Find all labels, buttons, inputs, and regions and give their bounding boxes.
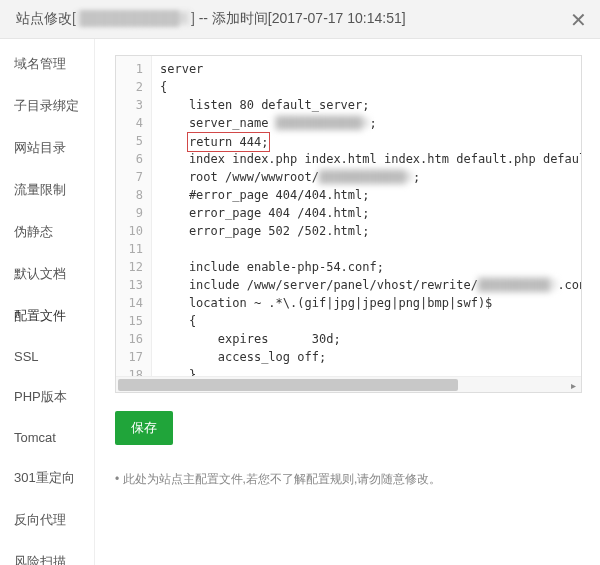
title-suffix: ] -- 添加时间[2017-07-17 10:14:51]: [191, 10, 406, 26]
config-note: 此处为站点主配置文件,若您不了解配置规则,请勿随意修改。: [115, 471, 582, 488]
code-area[interactable]: server{ listen 80 default_server; server…: [152, 56, 581, 376]
sidebar-item-5[interactable]: 默认文档: [0, 253, 94, 295]
title-sitename-masked: ██████████8: [76, 10, 191, 26]
sidebar: 域名管理子目录绑定网站目录流量限制伪静态默认文档配置文件SSLPHP版本Tomc…: [0, 39, 95, 565]
modal-title: 站点修改[██████████8] -- 添加时间[2017-07-17 10:…: [16, 10, 406, 28]
editor-wrap: 123456789101112131415161718 server{ list…: [115, 55, 582, 393]
code-line-11: [160, 240, 581, 258]
main-panel: 123456789101112131415161718 server{ list…: [95, 39, 600, 565]
sidebar-item-0[interactable]: 域名管理: [0, 43, 94, 85]
line-number-gutter: 123456789101112131415161718: [116, 56, 152, 376]
save-button[interactable]: 保存: [115, 411, 173, 445]
code-line-2: {: [160, 78, 581, 96]
close-button[interactable]: ✕: [564, 6, 592, 34]
modal-body: 域名管理子目录绑定网站目录流量限制伪静态默认文档配置文件SSLPHP版本Tomc…: [0, 39, 600, 565]
code-line-18: }: [160, 366, 581, 376]
sidebar-item-3[interactable]: 流量限制: [0, 169, 94, 211]
editor-content: 123456789101112131415161718 server{ list…: [116, 56, 581, 376]
code-line-13: include /www/server/panel/vhost/rewrite/…: [160, 276, 581, 294]
modal-header: 站点修改[██████████8] -- 添加时间[2017-07-17 10:…: [0, 0, 600, 39]
sidebar-item-8[interactable]: PHP版本: [0, 376, 94, 418]
config-editor[interactable]: 123456789101112131415161718 server{ list…: [115, 55, 582, 393]
sidebar-item-12[interactable]: 风险扫描: [0, 541, 94, 565]
site-edit-modal: 站点修改[██████████8] -- 添加时间[2017-07-17 10:…: [0, 0, 600, 565]
code-line-6: index index.php index.html index.htm def…: [160, 150, 581, 168]
sidebar-item-2[interactable]: 网站目录: [0, 127, 94, 169]
scroll-right-icon[interactable]: ▸: [565, 377, 581, 393]
sidebar-item-10[interactable]: 301重定向: [0, 457, 94, 499]
code-line-12: include enable-php-54.conf;: [160, 258, 581, 276]
code-line-5: return 444;: [160, 132, 581, 150]
horizontal-scrollbar[interactable]: ▸: [116, 376, 581, 392]
code-line-7: root /www/wwwroot/████████████8;: [160, 168, 581, 186]
code-line-3: listen 80 default_server;: [160, 96, 581, 114]
code-line-14: location ~ .*\.(gif|jpg|jpeg|png|bmp|swf…: [160, 294, 581, 312]
scroll-thumb[interactable]: [118, 379, 458, 391]
sidebar-item-6[interactable]: 配置文件: [0, 295, 94, 337]
code-line-4: server_name ████████████8;: [160, 114, 581, 132]
code-line-9: error_page 404 /404.html;: [160, 204, 581, 222]
code-line-1: server: [160, 60, 581, 78]
sidebar-item-11[interactable]: 反向代理: [0, 499, 94, 541]
code-line-8: #error_page 404/404.html;: [160, 186, 581, 204]
sidebar-item-4[interactable]: 伪静态: [0, 211, 94, 253]
title-prefix: 站点修改[: [16, 10, 76, 26]
sidebar-item-1[interactable]: 子目录绑定: [0, 85, 94, 127]
code-line-15: {: [160, 312, 581, 330]
code-line-16: expires 30d;: [160, 330, 581, 348]
sidebar-item-7[interactable]: SSL: [0, 337, 94, 376]
code-line-17: access_log off;: [160, 348, 581, 366]
sidebar-item-9[interactable]: Tomcat: [0, 418, 94, 457]
close-icon: ✕: [570, 8, 587, 32]
code-line-10: error_page 502 /502.html;: [160, 222, 581, 240]
